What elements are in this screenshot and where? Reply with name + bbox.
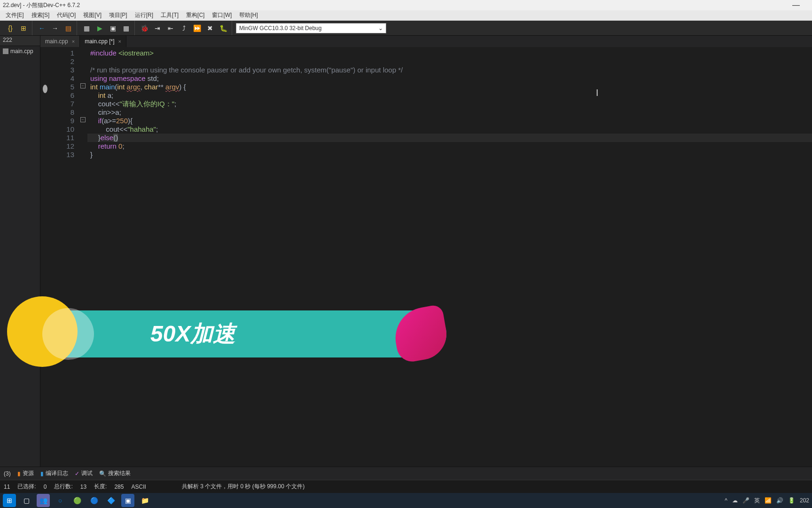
- compile-log-tab[interactable]: ▮编译日志: [40, 469, 68, 477]
- minimize-button[interactable]: —: [792, 1, 809, 9]
- menu-run[interactable]: 运行[R]: [131, 11, 157, 19]
- line-numbers: 12345678910111213: [50, 47, 78, 467]
- text-cursor-icon: I: [596, 87, 597, 98]
- bookmark-icon[interactable]: ▤: [62, 23, 74, 34]
- app2-icon[interactable]: 🔷: [104, 494, 117, 507]
- title-bar: 22.dev] - 小熊猫Dev-C++ 6.7.2 —: [0, 0, 812, 10]
- continue-icon[interactable]: ⏩: [191, 23, 203, 34]
- tray-onedrive-icon[interactable]: ☁: [732, 497, 738, 504]
- menu-search[interactable]: 搜索[S]: [28, 11, 54, 19]
- tray-chevron-icon[interactable]: ^: [725, 497, 727, 504]
- explorer-icon[interactable]: 📁: [138, 494, 151, 507]
- start-icon[interactable]: ⊞: [3, 494, 16, 507]
- tab-label: main.cpp: [45, 38, 68, 45]
- debug-icon[interactable]: 🐞: [139, 23, 150, 34]
- compile-icon[interactable]: ▦: [81, 23, 92, 34]
- breakpoint-gutter[interactable]: [40, 47, 50, 467]
- status-len-label: 长度:: [94, 483, 107, 491]
- bug2-icon[interactable]: 🐛: [218, 23, 229, 34]
- close-icon[interactable]: ×: [118, 39, 121, 44]
- fold-icon[interactable]: −: [80, 117, 86, 122]
- system-tray: ^ ☁ 🎤 英 📶 🔊 🔋 202: [725, 497, 809, 505]
- menu-tools[interactable]: 工具[T]: [157, 11, 182, 19]
- compiler-select[interactable]: MinGW GCC10.3.0 32-bit Debug ⌄: [236, 23, 386, 33]
- tab-main-modified[interactable]: main.cpp [*] ×: [80, 36, 126, 47]
- step-over-icon[interactable]: ⇥: [152, 23, 163, 34]
- status-bar: 11 已选择: 0 总行数: 13 长度: 285 ASCII 共解析 3 个文…: [0, 480, 812, 493]
- debug-tab[interactable]: ✓调试: [75, 469, 93, 477]
- file-icon: [3, 48, 8, 54]
- menu-refactor[interactable]: 重构[C]: [182, 11, 208, 19]
- menu-view[interactable]: 视图[V]: [79, 11, 105, 19]
- tray-volume-icon[interactable]: 🔊: [776, 497, 783, 504]
- status-len: 285: [114, 484, 124, 490]
- fold-gutter[interactable]: −−: [78, 47, 87, 467]
- status-enc: ASCII: [131, 484, 146, 490]
- tray-wifi-icon[interactable]: 📶: [765, 497, 772, 504]
- sidebar-file-label: main.cpp: [10, 48, 33, 55]
- sidebar-file[interactable]: main.cpp: [0, 46, 40, 56]
- issues-tab[interactable]: (3): [4, 470, 11, 477]
- sidebar-tab[interactable]: 222: [0, 36, 40, 46]
- menu-code[interactable]: 代码[O]: [53, 11, 79, 19]
- app1-icon[interactable]: 👥: [37, 494, 50, 507]
- brackets-icon[interactable]: {}: [5, 23, 16, 34]
- breakpoint-icon[interactable]: [43, 85, 47, 93]
- close-icon[interactable]: ×: [72, 39, 75, 44]
- fold-icon[interactable]: −: [80, 83, 86, 88]
- rebuild-icon[interactable]: ▦: [120, 23, 132, 34]
- status-parse: 共解析 3 个文件，用时 0 秒 (每秒 999.00 个文件): [182, 483, 304, 491]
- code-editor[interactable]: 12345678910111213 −− #include <iostream>…: [40, 47, 812, 467]
- back-icon[interactable]: ←: [36, 23, 47, 34]
- chrome-icon[interactable]: 🟢: [70, 494, 84, 507]
- code-lines[interactable]: #include <iostream> /* run this program …: [87, 47, 812, 467]
- toolbar: {} ⊞ ← → ▤ ▦ ▶ ▣ ▦ 🐞 ⇥ ⇤ ⤴ ⏩ ✖ 🐛 MinGW G…: [0, 21, 812, 36]
- menu-bar: 文件[E] 搜索[S] 代码[O] 视图[V] 项目[P] 运行[R] 工具[T…: [0, 10, 812, 21]
- edge-icon[interactable]: 🔵: [87, 494, 101, 507]
- compile-run-icon[interactable]: ▣: [107, 23, 118, 34]
- menu-window[interactable]: 窗口[W]: [208, 11, 235, 19]
- compiler-label: MinGW GCC10.3.0 32-bit Debug: [239, 25, 321, 32]
- status-sel-label: 已选择:: [17, 483, 36, 491]
- menu-file[interactable]: 文件[E]: [2, 11, 28, 19]
- menu-help[interactable]: 帮助[H]: [235, 11, 261, 19]
- tray-mic-icon[interactable]: 🎤: [742, 497, 750, 504]
- brackets2-icon[interactable]: ⊞: [18, 23, 29, 34]
- window-title: 22.dev] - 小熊猫Dev-C++ 6.7.2: [3, 1, 80, 9]
- taskview-icon[interactable]: ▢: [20, 494, 33, 507]
- step-out-icon[interactable]: ⤴: [178, 23, 189, 34]
- step-into-icon[interactable]: ⇤: [165, 23, 176, 34]
- run-icon[interactable]: ▶: [94, 23, 105, 34]
- status-rows-label: 总行数:: [54, 483, 72, 491]
- taskbar: ⊞ ▢ 👥 ○ 🟢 🔵 🔷 ▣ 📁 ^ ☁ 🎤 英 📶 🔊 🔋 202: [0, 493, 812, 508]
- status-sel: 0: [44, 484, 47, 490]
- status-line: 11: [4, 484, 10, 490]
- bottom-panel: (3) ▮资源 ▮编译日志 ✓调试 🔍搜索结果: [0, 467, 812, 480]
- chevron-down-icon: ⌄: [378, 25, 383, 32]
- resources-tab[interactable]: ▮资源: [17, 469, 34, 477]
- tray-time[interactable]: 202: [800, 497, 809, 504]
- search-results-tab[interactable]: 🔍搜索结果: [99, 469, 131, 477]
- cortana-icon[interactable]: ○: [54, 494, 67, 507]
- menu-project[interactable]: 项目[P]: [105, 11, 131, 19]
- editor-tabs: main.cpp × main.cpp [*] ×: [40, 36, 812, 47]
- tab-main[interactable]: main.cpp ×: [40, 36, 80, 47]
- devcpp-icon[interactable]: ▣: [121, 494, 134, 507]
- forward-icon[interactable]: →: [49, 23, 61, 34]
- sidebar: 222 main.cpp: [0, 36, 40, 467]
- tray-ime[interactable]: 英: [754, 497, 760, 505]
- tab-label: main.cpp [*]: [85, 38, 114, 45]
- status-rows: 13: [80, 484, 86, 490]
- stop-icon[interactable]: ✖: [204, 23, 216, 34]
- tray-battery-icon[interactable]: 🔋: [788, 497, 795, 504]
